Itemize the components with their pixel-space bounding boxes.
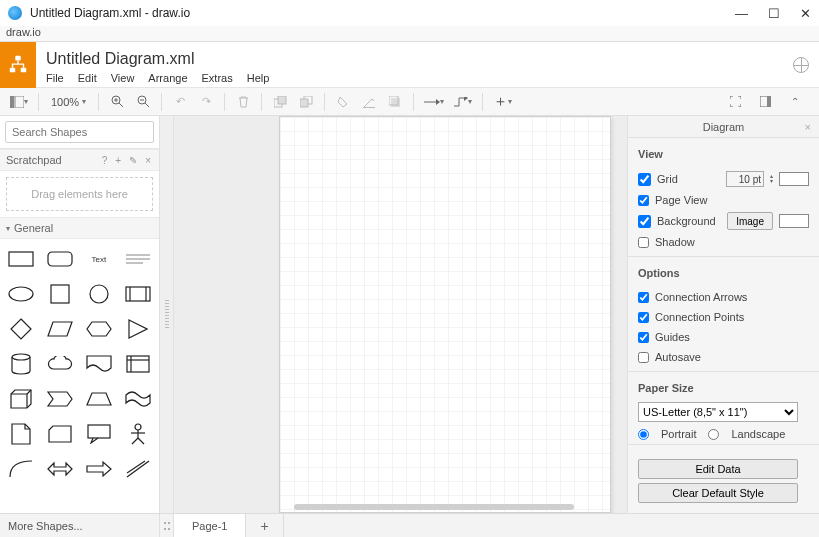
menu-file[interactable]: File [46, 72, 64, 84]
menu-edit[interactable]: Edit [78, 72, 97, 84]
shape-rounded-rect[interactable] [42, 245, 78, 273]
shape-circle[interactable] [81, 280, 117, 308]
horizontal-scrollbar[interactable] [294, 504, 574, 510]
general-header[interactable]: ▾ General [0, 217, 159, 239]
search-input-wrap[interactable] [5, 121, 154, 143]
shape-tape[interactable] [120, 385, 156, 413]
shape-square[interactable] [42, 280, 78, 308]
menu-extras[interactable]: Extras [202, 72, 233, 84]
menu-view[interactable]: View [111, 72, 135, 84]
pageview-checkbox[interactable] [638, 195, 649, 206]
svg-point-31 [90, 285, 108, 303]
svg-line-45 [127, 461, 149, 477]
shape-ellipse[interactable] [3, 280, 39, 308]
insert-button[interactable]: ＋▾ [489, 91, 516, 113]
shape-note[interactable] [3, 420, 39, 448]
fullscreen-button[interactable] [723, 91, 747, 113]
shape-card[interactable] [42, 420, 78, 448]
background-checkbox[interactable] [638, 215, 651, 228]
landscape-radio[interactable] [708, 429, 719, 440]
window-minimize-button[interactable]: — [735, 6, 748, 21]
svg-rect-36 [127, 356, 149, 372]
window-close-button[interactable]: ✕ [800, 6, 811, 21]
autosave-checkbox[interactable] [638, 352, 649, 363]
scratchpad-edit-icon[interactable]: ✎ [127, 155, 139, 166]
shape-triangle[interactable] [120, 315, 156, 343]
scratchpad-dropzone[interactable]: Drag elements here [6, 177, 153, 211]
shape-step[interactable] [42, 385, 78, 413]
line-color-button[interactable] [357, 91, 381, 113]
collapse-button[interactable]: ⌃ [783, 91, 807, 113]
canvas-page[interactable] [279, 116, 611, 513]
connection-button[interactable]: ▾ [420, 91, 448, 113]
paper-size-select[interactable]: US-Letter (8,5" x 11") [638, 402, 798, 422]
search-input[interactable] [12, 126, 150, 138]
shape-parallelogram[interactable] [42, 315, 78, 343]
shape-link[interactable] [120, 455, 156, 483]
fill-color-button[interactable] [331, 91, 355, 113]
window-maximize-button[interactable]: ☐ [768, 6, 780, 21]
grid-label: Grid [657, 173, 720, 185]
conn-points-checkbox[interactable] [638, 312, 649, 323]
shape-curve[interactable] [3, 455, 39, 483]
app-logo [0, 42, 36, 88]
shape-trapezoid[interactable] [81, 385, 117, 413]
scratchpad-help-icon[interactable]: ? [100, 155, 110, 166]
grid-size-input[interactable]: 10 pt [726, 171, 764, 187]
shape-diamond[interactable] [3, 315, 39, 343]
portrait-radio[interactable] [638, 429, 649, 440]
zoom-level[interactable]: 100%▾ [45, 96, 92, 108]
scratchpad-add-icon[interactable]: + [113, 155, 123, 166]
add-page-button[interactable]: + [246, 514, 283, 537]
panel-close-icon[interactable]: × [805, 121, 811, 133]
zoom-in-button[interactable] [105, 91, 129, 113]
scratchpad-close-icon[interactable]: × [143, 155, 153, 166]
undo-button[interactable]: ↶ [168, 91, 192, 113]
shadow-checkbox[interactable] [638, 237, 649, 248]
shape-arrow[interactable] [81, 455, 117, 483]
shape-rectangle[interactable] [3, 245, 39, 273]
to-front-button[interactable] [268, 91, 292, 113]
grid-color-swatch[interactable] [779, 172, 809, 186]
language-icon[interactable] [793, 57, 809, 73]
format-panel-button[interactable] [753, 91, 777, 113]
shape-cylinder[interactable] [3, 350, 39, 378]
svg-point-50 [168, 528, 170, 530]
shape-internal-storage[interactable] [120, 350, 156, 378]
zoom-out-button[interactable] [131, 91, 155, 113]
shape-document[interactable] [81, 350, 117, 378]
shape-process[interactable] [120, 280, 156, 308]
more-shapes-button[interactable]: More Shapes... [0, 514, 160, 537]
grid-checkbox[interactable] [638, 173, 651, 186]
shape-actor[interactable] [120, 420, 156, 448]
edit-data-button[interactable]: Edit Data [638, 459, 798, 479]
page-tab-1[interactable]: Page-1 [174, 514, 246, 537]
shape-cube[interactable] [3, 385, 39, 413]
shape-arrow-bidir[interactable] [42, 455, 78, 483]
shapes-sidebar: Scratchpad ? + ✎ × Drag elements here ▾ … [0, 116, 160, 513]
menu-arrange[interactable]: Arrange [148, 72, 187, 84]
menu-help[interactable]: Help [247, 72, 270, 84]
autosave-label: Autosave [655, 351, 701, 363]
conn-arrows-checkbox[interactable] [638, 292, 649, 303]
shape-textbox[interactable] [120, 245, 156, 273]
background-color-swatch[interactable] [779, 214, 809, 228]
footer-splitter[interactable] [160, 514, 174, 537]
guides-checkbox[interactable] [638, 332, 649, 343]
redo-button[interactable]: ↷ [194, 91, 218, 113]
shadow-button[interactable] [383, 91, 407, 113]
sidebar-splitter[interactable] [160, 116, 174, 513]
shape-text[interactable]: Text [81, 245, 117, 273]
shape-cloud[interactable] [42, 350, 78, 378]
shape-callout[interactable] [81, 420, 117, 448]
canvas[interactable] [174, 116, 627, 513]
scratchpad-header[interactable]: Scratchpad ? + ✎ × [0, 149, 159, 171]
clear-style-button[interactable]: Clear Default Style [638, 483, 798, 503]
grid-size-spinner[interactable]: ▴▾ [770, 174, 773, 184]
delete-button[interactable] [231, 91, 255, 113]
shape-hexagon[interactable] [81, 315, 117, 343]
view-mode-button[interactable]: ▾ [6, 91, 32, 113]
waypoint-button[interactable]: ▾ [450, 91, 476, 113]
to-back-button[interactable] [294, 91, 318, 113]
background-image-button[interactable]: Image [727, 212, 773, 230]
